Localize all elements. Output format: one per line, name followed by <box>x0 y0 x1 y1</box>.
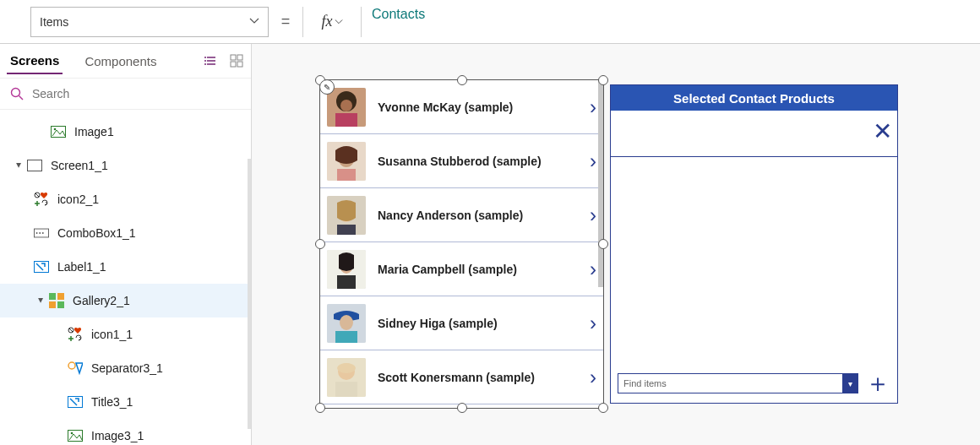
gallery-item[interactable]: Maria Campbell (sample) › <box>320 242 603 296</box>
property-selector[interactable]: Items <box>30 7 269 37</box>
separator-icon <box>68 361 83 376</box>
tree-view: Image1 ▲ Screen1_1 icon2_1 ComboBox1_1 <box>0 110 251 445</box>
tree-label: Screen1_1 <box>51 159 108 172</box>
search-row[interactable] <box>0 78 251 110</box>
formula-input[interactable]: Contacts <box>362 7 980 37</box>
tree-label: icon1_1 <box>91 328 133 341</box>
tree-node-screen1[interactable]: ▲ Screen1_1 <box>0 149 251 182</box>
svg-point-54 <box>337 363 356 373</box>
gallery-item[interactable]: Scott Konersmann (sample) › <box>320 350 603 404</box>
svg-point-2 <box>204 63 206 65</box>
resize-handle[interactable] <box>598 403 608 413</box>
chevron-right-icon[interactable]: › <box>590 95 596 119</box>
screen-icon <box>27 158 42 173</box>
contact-name: Sidney Higa (sample) <box>378 317 590 330</box>
icons-group-icon <box>68 327 83 342</box>
gallery-item[interactable]: Nancy Anderson (sample) › <box>320 188 603 242</box>
resize-handle[interactable] <box>598 239 608 249</box>
svg-point-10 <box>54 128 57 131</box>
svg-line-8 <box>19 96 24 100</box>
panel-tabs: Screens Components <box>0 44 251 78</box>
resize-handle[interactable] <box>315 239 325 249</box>
avatar <box>327 304 366 343</box>
svg-rect-25 <box>57 301 64 308</box>
gallery-control[interactable]: ✎ Yvonne McKay (sample) › Susanna Stubbe… <box>319 79 604 409</box>
tree-node-gallery2[interactable]: ▲ Gallery2_1 <box>0 284 251 317</box>
chevron-right-icon[interactable]: › <box>590 258 596 281</box>
gallery-scrollbar[interactable] <box>598 80 603 287</box>
tab-components[interactable]: Components <box>81 49 160 73</box>
tree-node-separator3[interactable]: Separator3_1 <box>0 351 251 385</box>
close-icon[interactable]: ✕ <box>873 117 892 145</box>
gallery-item[interactable]: Yvonne McKay (sample) › <box>320 80 603 134</box>
add-icon[interactable]: ＋ <box>865 371 890 396</box>
contact-name: Scott Konersmann (sample) <box>378 371 590 384</box>
grid-view-icon[interactable] <box>229 53 244 68</box>
fx-button[interactable]: fx <box>302 7 362 37</box>
tree-node-icon1[interactable]: icon1_1 <box>0 317 251 351</box>
svg-rect-4 <box>237 55 242 60</box>
label-icon <box>34 259 49 274</box>
tree-label: Label1_1 <box>57 260 106 274</box>
tree-label: Title3_1 <box>91 395 133 409</box>
svg-rect-55 <box>335 382 357 397</box>
chevron-right-icon[interactable]: › <box>590 149 596 173</box>
chevron-right-icon[interactable]: › <box>590 204 596 227</box>
svg-rect-24 <box>49 301 56 308</box>
svg-point-18 <box>39 232 41 234</box>
search-icon <box>10 87 24 100</box>
resize-handle[interactable] <box>598 75 608 85</box>
equals-label: = <box>269 13 302 30</box>
tree-node-label1[interactable]: Label1_1 <box>0 250 251 284</box>
chevron-down-icon <box>249 15 259 29</box>
contact-name: Maria Campbell (sample) <box>378 263 590 276</box>
canvas: ✎ Yvonne McKay (sample) › Susanna Stubbe… <box>252 44 980 445</box>
label-icon <box>68 394 83 410</box>
avatar <box>327 196 366 235</box>
card-title: Selected Contact Products <box>611 85 897 111</box>
selected-products-card: Selected Contact Products ✕ Find items ▾… <box>610 84 898 404</box>
tab-screens[interactable]: Screens <box>7 48 63 74</box>
contact-name: Susanna Stubberod (sample) <box>378 155 590 168</box>
avatar <box>327 142 366 181</box>
chevron-right-icon[interactable]: › <box>590 312 596 335</box>
tree-node-combobox1[interactable]: ComboBox1_1 <box>0 216 251 250</box>
fx-icon: fx <box>322 13 333 30</box>
svg-rect-5 <box>231 62 236 67</box>
resize-handle[interactable] <box>315 403 325 413</box>
svg-line-33 <box>70 399 77 405</box>
tree-node-icon2[interactable]: icon2_1 <box>0 182 251 216</box>
find-items-combobox[interactable]: Find items ▾ <box>618 373 858 393</box>
chevron-down-icon <box>335 18 343 26</box>
gallery-item[interactable]: Susanna Stubberod (sample) › <box>320 134 603 188</box>
tree-label: Separator3_1 <box>91 361 163 375</box>
icons-group-icon <box>34 192 49 207</box>
resize-handle[interactable] <box>457 75 467 85</box>
svg-rect-48 <box>337 275 356 289</box>
tree-label: Gallery2_1 <box>73 294 130 307</box>
tree-node-image1[interactable]: Image1 <box>0 115 251 149</box>
edit-template-icon[interactable]: ✎ <box>319 79 335 95</box>
chevron-right-icon[interactable]: › <box>590 366 596 389</box>
search-input[interactable] <box>32 87 241 100</box>
caret-down-icon[interactable]: ▲ <box>35 296 46 306</box>
svg-marker-31 <box>76 363 83 373</box>
image-icon <box>51 124 66 139</box>
caret-down-icon[interactable]: ▲ <box>14 161 24 171</box>
svg-rect-45 <box>337 225 356 235</box>
gallery-icon <box>49 293 64 308</box>
tree-scrollbar[interactable] <box>248 159 251 429</box>
tree-view-options-icon[interactable] <box>204 53 219 68</box>
svg-rect-39 <box>335 113 357 127</box>
svg-point-50 <box>340 315 353 330</box>
tree-node-image3[interactable]: Image3_1 <box>0 419 251 445</box>
tree-node-title3[interactable]: Title3_1 <box>0 385 251 419</box>
avatar <box>327 250 366 289</box>
svg-rect-42 <box>337 169 356 181</box>
svg-point-7 <box>12 89 20 97</box>
card-divider <box>611 156 897 157</box>
gallery-item[interactable]: Sidney Higa (sample) › <box>320 296 603 350</box>
resize-handle[interactable] <box>457 403 467 413</box>
svg-line-21 <box>36 263 43 270</box>
svg-point-30 <box>68 362 75 369</box>
